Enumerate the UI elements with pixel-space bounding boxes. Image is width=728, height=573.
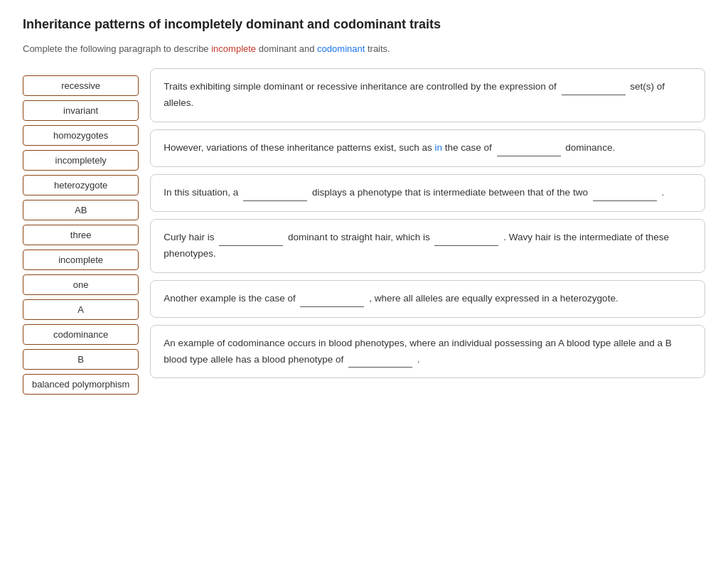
sentence-1-text-before: Traits exhibiting simple dominant or rec…	[164, 81, 557, 92]
sentence-3-text-after: .	[661, 187, 664, 198]
sentence-3-blank-1[interactable]	[243, 191, 307, 201]
sentence-box-6: An example of codominance occurs in bloo…	[150, 325, 705, 379]
sentence-2-text-before: However, variations of these inheritance…	[164, 142, 492, 153]
word-tile-incompletely[interactable]: incompletely	[23, 150, 139, 171]
sentence-4-text-before: Curly hair is	[164, 232, 214, 242]
sentence-5-text-before: Another example is the case of	[164, 293, 295, 304]
word-tile-a[interactable]: A	[23, 299, 139, 320]
sentence-3-blank-2[interactable]	[593, 191, 657, 201]
sentence-3-text-middle: displays a phenotype that is intermediat…	[312, 187, 588, 198]
word-tile-ab[interactable]: AB	[23, 200, 139, 220]
subtitle-codominant: codominant	[317, 43, 365, 54]
word-tile-heterozygote[interactable]: heterozygote	[23, 175, 139, 196]
word-tile-incomplete[interactable]: incomplete	[23, 250, 139, 270]
main-layout: recessive invariant homozygotes incomple…	[23, 68, 705, 395]
page-title: Inheritance patterns of incompletely dom…	[23, 17, 705, 32]
word-tile-balanced-polymorphism[interactable]: balanced polymorphism	[23, 374, 139, 395]
sentence-box-2: However, variations of these inheritance…	[150, 129, 705, 167]
sentence-1-blank[interactable]	[562, 85, 626, 95]
subtitle: Complete the following paragraph to desc…	[23, 43, 705, 54]
sentences-panel: Traits exhibiting simple dominant or rec…	[150, 68, 705, 395]
word-bank: recessive invariant homozygotes incomple…	[23, 68, 150, 395]
word-tile-codominance[interactable]: codominance	[23, 324, 139, 345]
sentence-5-text-after: , where all alleles are equally expresse…	[369, 293, 618, 304]
sentence-4-blank-2[interactable]	[434, 236, 498, 246]
sentence-6-text-after: .	[417, 354, 420, 365]
word-tile-homozygotes[interactable]: homozygotes	[23, 125, 139, 146]
subtitle-incomplete: incomplete	[211, 43, 256, 54]
sentence-2-blank[interactable]	[497, 146, 561, 156]
word-tile-one[interactable]: one	[23, 274, 139, 295]
sentence-4-blank-1[interactable]	[219, 236, 283, 246]
sentence-box-1: Traits exhibiting simple dominant or rec…	[150, 68, 705, 122]
sentence-box-4: Curly hair is dominant to straight hair,…	[150, 219, 705, 273]
sentence-5-blank[interactable]	[300, 297, 364, 307]
sentence-6-blank[interactable]	[348, 358, 412, 368]
sentence-box-5: Another example is the case of , where a…	[150, 280, 705, 318]
sentence-3-text-before: In this situation, a	[164, 187, 238, 198]
word-tile-invariant[interactable]: invariant	[23, 100, 139, 121]
word-tile-recessive[interactable]: recessive	[23, 75, 139, 96]
word-tile-three[interactable]: three	[23, 225, 139, 245]
sentence-2-text-after: dominance.	[565, 142, 615, 153]
sentence-4-text-middle: dominant to straight hair, which is	[288, 232, 430, 242]
word-tile-b[interactable]: B	[23, 349, 139, 370]
sentence-box-3: In this situation, a displays a phenotyp…	[150, 174, 705, 212]
